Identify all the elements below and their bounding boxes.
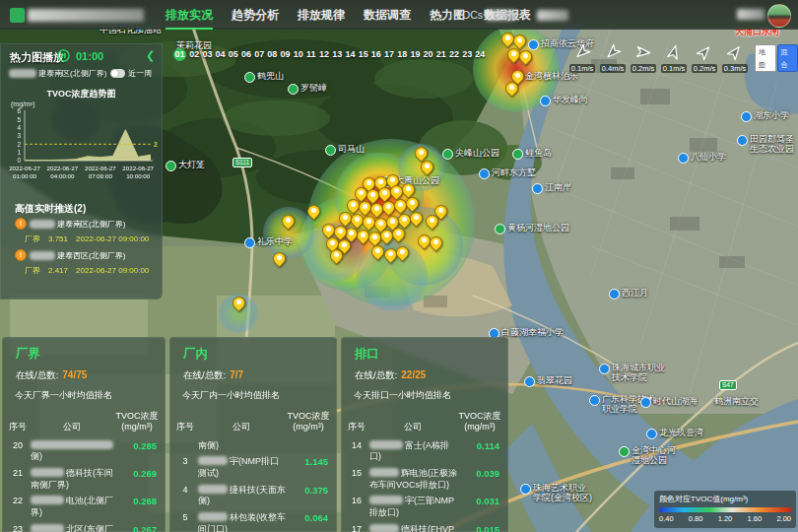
table-row[interactable]: 4捷科技(天面东侧)0.375 bbox=[172, 485, 332, 507]
monitor-pin-icon[interactable] bbox=[430, 236, 442, 249]
legend-tick: 2.00 bbox=[776, 514, 791, 523]
monitor-pin-icon[interactable] bbox=[505, 82, 518, 95]
monitor-pin-icon[interactable] bbox=[415, 147, 428, 160]
pause-button[interactable] bbox=[57, 48, 70, 66]
timeline-hour-20[interactable]: 20 bbox=[424, 48, 433, 61]
table-row[interactable]: 南侧) bbox=[172, 440, 332, 452]
wind-arrow-icon bbox=[600, 39, 625, 64]
timeline-hour-22[interactable]: 22 bbox=[449, 48, 459, 61]
timeline-hour-16[interactable]: 16 bbox=[371, 48, 381, 61]
monitor-pin-icon[interactable] bbox=[392, 228, 405, 240]
svg-text:2: 2 bbox=[154, 141, 158, 148]
panel-title: 厂内 bbox=[183, 346, 336, 363]
timeline-hour-09[interactable]: 09 bbox=[281, 48, 291, 61]
panel-title: 排口 bbox=[355, 346, 507, 363]
station-name: 建泰南区(北侧厂界) bbox=[38, 68, 106, 79]
tab-排放规律[interactable]: 排放规律 bbox=[298, 1, 345, 30]
monitor-pin-icon[interactable] bbox=[513, 34, 526, 47]
timeline-hour-15[interactable]: 15 bbox=[359, 48, 368, 61]
timeline-hour-05[interactable]: 05 bbox=[229, 48, 238, 61]
timeline-hour-07[interactable]: 07 bbox=[254, 48, 264, 61]
monitor-pin-icon[interactable] bbox=[426, 215, 438, 228]
monitor-pin-icon[interactable] bbox=[282, 215, 295, 228]
monitor-pin-icon[interactable] bbox=[406, 197, 419, 210]
timeline-hour-21[interactable]: 21 bbox=[436, 48, 446, 61]
heatmap-playback-panel: 建泰南区(北侧厂界) 近一周 TVOC浓度趋势图 (mg/m³) 0123456… bbox=[0, 43, 163, 299]
table-row[interactable]: 3宇(NMP排口测试)1.145 bbox=[172, 456, 332, 479]
table-row[interactable]: 21德科技(车间南侧厂界)0.269 bbox=[5, 468, 161, 491]
map-label: 黄杨河湿地公园 bbox=[495, 223, 569, 234]
map-type-toggle: 地图 混合 bbox=[755, 44, 798, 72]
timeline-hour-24[interactable]: 24 bbox=[475, 48, 485, 61]
tvoc-value: 1.145 bbox=[289, 456, 332, 467]
timeline-hour-18[interactable]: 18 bbox=[397, 48, 407, 61]
rank-number: 23 bbox=[5, 524, 31, 532]
wind-indicator: 0.4m/s bbox=[604, 43, 622, 73]
monitor-pin-icon[interactable] bbox=[330, 249, 343, 262]
timeline-hour-06[interactable]: 06 bbox=[241, 48, 251, 61]
map-label: 珠海城市职业技术学院 bbox=[599, 363, 669, 383]
tvoc-value: 0.031 bbox=[460, 496, 503, 506]
poi-icon bbox=[737, 135, 748, 146]
vocs-selector-label: VOCs / bbox=[455, 9, 489, 21]
timeline-hour-14[interactable]: 14 bbox=[345, 48, 355, 61]
table-row[interactable]: 16宇(三部NMP排放口)0.031 bbox=[344, 496, 503, 518]
monitor-pin-icon[interactable] bbox=[402, 183, 415, 196]
table-row[interactable]: 14富士(A栋排口)0.114 bbox=[344, 440, 503, 463]
timeline-hour-13[interactable]: 13 bbox=[332, 48, 342, 61]
rank-number: 4 bbox=[172, 485, 198, 495]
push-item[interactable]: ! 建泰西区(北侧厂界) bbox=[15, 249, 125, 261]
company-name: 捷科技(天面东侧) bbox=[198, 485, 289, 507]
tab-趋势分析[interactable]: 趋势分析 bbox=[232, 1, 279, 30]
rank-number: 16 bbox=[344, 496, 369, 505]
table-row[interactable]: 15辉电池(正极涂布车间VOCs排放口)0.039 bbox=[344, 468, 503, 491]
timeline-hour-12[interactable]: 12 bbox=[319, 48, 329, 61]
username-redacted bbox=[737, 9, 765, 20]
monitor-pin-icon[interactable] bbox=[396, 246, 409, 259]
tab-数据调查[interactable]: 数据调查 bbox=[364, 1, 411, 30]
monitor-pin-icon[interactable] bbox=[519, 50, 532, 63]
map-label: 鲤鱼岛 bbox=[512, 148, 552, 160]
timeline-hour-19[interactable]: 19 bbox=[410, 48, 420, 61]
timeline-hour-04[interactable]: 04 bbox=[216, 48, 226, 61]
table-rows: 南侧)3宇(NMP排口测试)1.1454捷科技(天面东侧)0.3755林包装(收… bbox=[172, 440, 332, 532]
monitor-pin-icon[interactable] bbox=[307, 205, 320, 218]
table-row[interactable]: 5林包装(收整车间门口)0.064 bbox=[172, 512, 332, 532]
timeline-hour-01[interactable]: 01 bbox=[173, 48, 186, 61]
monitor-pin-icon[interactable] bbox=[273, 252, 286, 265]
monitor-pin-icon[interactable] bbox=[233, 297, 245, 309]
company-name-redacted bbox=[369, 524, 399, 532]
table-row[interactable]: 23北区(东侧厂界)0.267 bbox=[5, 524, 161, 532]
timeline-hour-10[interactable]: 10 bbox=[294, 48, 303, 61]
table-row[interactable]: 17德科技(FHVP1007)0.015 bbox=[344, 524, 503, 532]
collapse-panel-icon[interactable]: ❮ bbox=[146, 49, 155, 62]
range-toggle-switch[interactable] bbox=[110, 69, 125, 78]
wind-indicator: 0.3m/s bbox=[726, 43, 744, 73]
monitor-pin-icon[interactable] bbox=[371, 245, 384, 258]
vocs-selected-value-redacted[interactable] bbox=[487, 10, 516, 21]
map-type-map-button[interactable]: 地图 bbox=[755, 44, 776, 72]
online-count: 在线/总数:22/25 bbox=[355, 369, 507, 382]
tvoc-value: 0.114 bbox=[460, 440, 503, 451]
table-row[interactable]: 22电池(北侧厂界)0.268 bbox=[5, 496, 161, 518]
timeline-hour-08[interactable]: 08 bbox=[267, 48, 277, 61]
chevron-down-icon[interactable]: ▾ bbox=[520, 10, 524, 19]
tvoc-value: 0.285 bbox=[117, 440, 161, 451]
table-row[interactable]: 20侧)0.285 bbox=[5, 440, 161, 463]
timeline-hour-23[interactable]: 23 bbox=[462, 48, 472, 61]
timeline-hour-02[interactable]: 02 bbox=[189, 48, 199, 61]
trend-chart-ylabel: (mg/m³) bbox=[11, 100, 35, 107]
push-item[interactable]: ! 建泰南区(北侧厂界) bbox=[15, 218, 125, 230]
company-name: 林包装(收整车间门口) bbox=[198, 512, 289, 532]
timeline-hour-11[interactable]: 11 bbox=[306, 48, 316, 61]
tab-排放实况[interactable]: 排放实况 bbox=[166, 1, 213, 30]
map-label: 鹤洲南立交 bbox=[713, 396, 759, 406]
avatar[interactable] bbox=[767, 4, 791, 28]
monitor-pin-icon[interactable] bbox=[410, 212, 423, 225]
svg-text:4: 4 bbox=[17, 124, 21, 131]
map-type-hybrid-button[interactable]: 混合 bbox=[777, 44, 798, 72]
timeline-hour-17[interactable]: 17 bbox=[384, 48, 394, 61]
svg-text:10:00:00: 10:00:00 bbox=[126, 172, 151, 179]
timeline-hour-03[interactable]: 03 bbox=[202, 48, 212, 61]
monitor-pin-icon[interactable] bbox=[421, 161, 433, 173]
